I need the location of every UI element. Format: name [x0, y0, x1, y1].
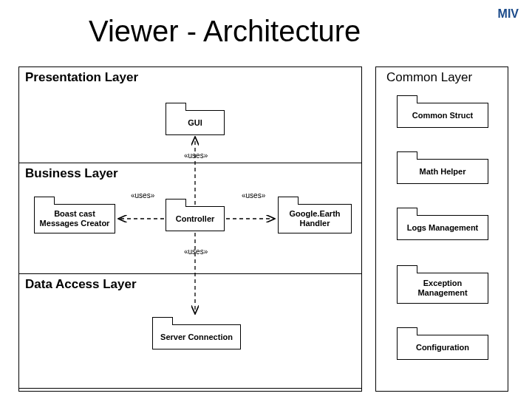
uses-label-controller-broadcast: «uses»	[130, 191, 155, 200]
uses-label-controller-server: «uses»	[183, 248, 208, 256]
pkg-ge-handler: Google.Earth Handler	[278, 204, 352, 233]
pkg-common-struct: Common Struct	[397, 103, 488, 128]
pkg-math-helper: Math Helper	[397, 159, 488, 184]
pkg-broadcast: Boast cast Messages Creator	[34, 204, 115, 233]
pkg-server-connection: Server Connection	[152, 324, 241, 349]
presentation-layer-label: Presentation Layer	[25, 70, 138, 85]
page-title: Viewer - Architecture	[89, 15, 361, 48]
common-layer-label: Common Layer	[386, 70, 472, 85]
uses-label-controller-ge: «uses»	[241, 191, 266, 200]
common-layer-box: Common Layer Common Struct Math Helper L…	[375, 66, 508, 392]
business-layer-label: Business Layer	[25, 166, 118, 181]
pkg-gui: GUI	[166, 110, 225, 135]
pkg-exception-management: Exception Management	[397, 273, 488, 304]
pkg-controller: Controller	[166, 206, 225, 231]
pkg-logs-management: Logs Management	[397, 215, 488, 240]
main-diagram: Presentation Layer Business Layer Data A…	[18, 66, 362, 392]
pkg-configuration: Configuration	[397, 335, 488, 360]
uses-label-gui-controller: «uses»	[183, 151, 208, 160]
data-access-layer-label: Data Access Layer	[25, 277, 137, 292]
brand-label: MIV	[498, 7, 519, 21]
